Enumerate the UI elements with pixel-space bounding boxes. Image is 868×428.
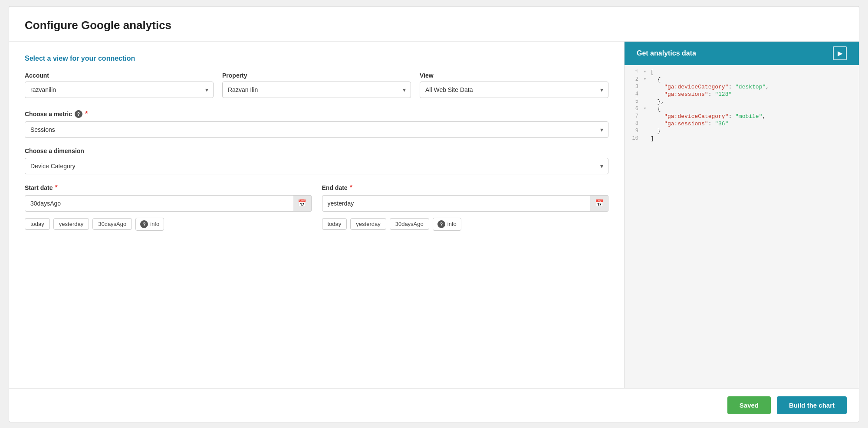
account-select-wrapper: razvanilin <box>25 82 214 98</box>
property-group: Property Razvan Ilin <box>222 72 411 98</box>
dimension-label-row: Choose a dimension <box>25 147 608 154</box>
view-group: View All Web Site Data <box>420 72 608 98</box>
view-select[interactable]: All Web Site Data <box>420 82 608 98</box>
start-info-icon: ? <box>140 220 148 228</box>
line-num-2: 2 <box>625 76 644 82</box>
line-content-5: }, <box>651 98 859 105</box>
start-30days-button[interactable]: 30daysAgo <box>92 218 132 230</box>
start-date-calendar-button[interactable]: 📅 <box>293 195 312 212</box>
start-today-button[interactable]: today <box>25 218 50 230</box>
line-num-1: 1 <box>625 69 644 75</box>
get-data-label: Get analytics data <box>637 49 696 57</box>
line-num-5: 5 <box>625 98 644 105</box>
dimension-select[interactable]: Device Category <box>25 158 608 174</box>
json-line-3: 3 "ga:deviceCategory": "desktop", <box>625 83 859 91</box>
line-toggle-2[interactable]: ▾ <box>644 76 651 82</box>
start-date-label-row: Start date * <box>25 184 312 192</box>
metric-group: Choose a metric ? * Sessions <box>25 110 608 138</box>
end-date-input[interactable] <box>322 195 609 212</box>
property-select[interactable]: Razvan Ilin <box>222 82 411 98</box>
line-num-9: 9 <box>625 128 644 134</box>
property-label: Property <box>222 72 411 79</box>
line-num-4: 4 <box>625 91 644 97</box>
shortcuts-container: today yesterday 30daysAgo ? info today y… <box>25 218 608 231</box>
end-date-calendar-button[interactable]: 📅 <box>590 195 608 212</box>
date-row: Start date * 📅 End date * <box>25 184 608 212</box>
left-panel: Select a view for your connection Accoun… <box>9 42 625 388</box>
dimension-select-wrapper: Device Category <box>25 158 608 174</box>
account-group: Account razvanilin <box>25 72 214 98</box>
line-num-8: 8 <box>625 121 644 127</box>
end-info-label: info <box>447 221 457 227</box>
end-date-label-row: End date * <box>322 184 609 192</box>
view-label: View <box>420 72 608 79</box>
account-label: Account <box>25 72 214 79</box>
line-content-4: "ga:sessions": "128" <box>651 91 859 98</box>
start-date-required: * <box>55 184 58 192</box>
metric-required: * <box>85 110 88 118</box>
line-num-3: 3 <box>625 84 644 90</box>
dimension-label-text: Choose a dimension <box>25 147 84 154</box>
start-date-shortcuts: today yesterday 30daysAgo ? info <box>25 218 312 231</box>
page-title: Configure Google analytics <box>9 7 859 41</box>
end-date-input-wrapper: 📅 <box>322 195 609 212</box>
start-yesterday-button[interactable]: yesterday <box>53 218 89 230</box>
view-select-wrapper: All Web Site Data <box>420 82 608 98</box>
json-line-1: 1 ▾ [ <box>625 69 859 76</box>
metric-help-icon[interactable]: ? <box>75 110 82 118</box>
start-date-group: Start date * 📅 <box>25 184 312 212</box>
line-content-9: } <box>651 128 859 134</box>
start-date-input-wrapper: 📅 <box>25 195 312 212</box>
line-content-6: { <box>651 106 859 112</box>
line-toggle-6[interactable]: ▾ <box>644 106 651 111</box>
line-content-1: [ <box>651 69 859 75</box>
line-content-8: "ga:sessions": "36" <box>651 121 859 127</box>
get-analytics-data-button[interactable]: Get analytics data ▶ <box>625 42 859 65</box>
account-select[interactable]: razvanilin <box>25 82 214 98</box>
line-num-6: 6 <box>625 106 644 112</box>
line-num-10: 10 <box>625 135 644 141</box>
start-date-label-text: Start date <box>25 184 53 191</box>
line-content-10: ] <box>651 135 859 142</box>
modal-footer: Saved Build the chart <box>9 388 859 422</box>
dimension-group: Choose a dimension Device Category <box>25 147 608 174</box>
line-num-7: 7 <box>625 113 644 119</box>
end-date-label-text: End date <box>322 184 348 191</box>
json-viewer: 1 ▾ [ 2 ▾ { 3 "ga:deviceCategory": "desk… <box>625 65 859 388</box>
line-content-7: "ga:deviceCategory": "mobile", <box>651 113 859 120</box>
json-line-4: 4 "ga:sessions": "128" <box>625 91 859 98</box>
right-panel: Get analytics data ▶ 1 ▾ [ 2 ▾ { 3 " <box>625 42 859 388</box>
section-title: Select a view for your connection <box>25 55 608 62</box>
end-date-shortcuts: today yesterday 30daysAgo ? info <box>322 218 609 231</box>
line-content-2: { <box>651 76 859 83</box>
line-toggle-1[interactable]: ▾ <box>644 69 651 74</box>
end-info-button[interactable]: ? info <box>433 218 461 231</box>
connection-selects-row: Account razvanilin Property Razvan Ilin <box>25 72 608 98</box>
json-line-5: 5 }, <box>625 98 859 105</box>
start-info-label: info <box>150 221 159 227</box>
end-today-button[interactable]: today <box>322 218 347 230</box>
json-line-7: 7 "ga:deviceCategory": "mobile", <box>625 113 859 120</box>
start-info-button[interactable]: ? info <box>135 218 164 231</box>
end-yesterday-button[interactable]: yesterday <box>350 218 386 230</box>
end-30days-button[interactable]: 30daysAgo <box>390 218 429 230</box>
modal-container: Configure Google analytics Select a view… <box>9 6 859 422</box>
metric-select[interactable]: Sessions <box>25 121 608 138</box>
metric-label-text: Choose a metric <box>25 111 72 118</box>
end-date-group: End date * 📅 <box>322 184 609 212</box>
metric-label-row: Choose a metric ? * <box>25 110 608 118</box>
json-line-8: 8 "ga:sessions": "36" <box>625 120 859 127</box>
property-select-wrapper: Razvan Ilin <box>222 82 411 98</box>
metric-select-wrapper: Sessions <box>25 121 608 138</box>
play-icon: ▶ <box>833 46 847 60</box>
start-date-input[interactable] <box>25 195 312 212</box>
start-shortcuts-row: today yesterday 30daysAgo ? info <box>25 218 312 231</box>
json-line-9: 9 } <box>625 127 859 135</box>
json-line-6: 6 ▾ { <box>625 105 859 113</box>
end-info-icon: ? <box>437 220 445 228</box>
json-line-2: 2 ▾ { <box>625 76 859 83</box>
end-date-required: * <box>350 184 352 192</box>
build-chart-button[interactable]: Build the chart <box>777 396 847 414</box>
line-content-3: "ga:deviceCategory": "desktop", <box>651 84 859 90</box>
saved-button[interactable]: Saved <box>727 396 771 414</box>
